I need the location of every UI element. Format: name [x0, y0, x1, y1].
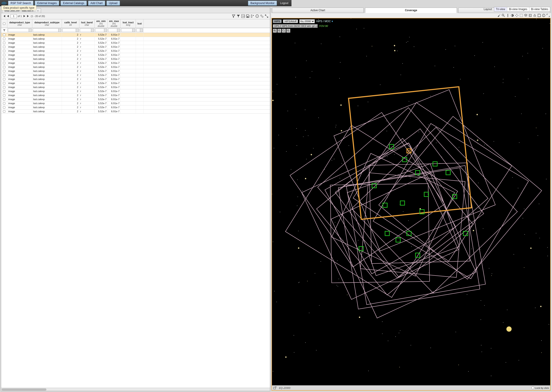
svg-point-143 — [287, 111, 288, 111]
zoom-controls — [273, 29, 290, 33]
background-monitor-button[interactable]: Background Monitor — [248, 1, 277, 6]
column-header[interactable]: lsst — [136, 19, 143, 28]
column-filter-input[interactable] — [121, 28, 136, 33]
expand-icon[interactable] — [265, 14, 269, 18]
sky-overlay — [272, 18, 292, 207]
column-filter-input[interactable] — [7, 28, 32, 33]
table-row[interactable]: imagelsst.calexp2r5.52e-76.91e-7 — [1, 98, 270, 101]
table-filter-row — [1, 28, 270, 33]
column-header[interactable]: lsst_bandchar — [79, 19, 95, 28]
column-filter-input[interactable] — [79, 28, 95, 33]
table-row[interactable]: imagelsst.calexp2r5.52e-76.91e-7 — [1, 33, 270, 37]
zoom-in-icon[interactable] — [273, 29, 277, 33]
table-row[interactable]: imagelsst.calexp2r5.52e-76.91e-7 — [1, 93, 270, 98]
table-row[interactable]: imagelsst.calexp2r5.52e-76.91e-7 — [1, 61, 270, 65]
select-all-checkbox[interactable] — [1, 19, 7, 28]
save-icon[interactable] — [246, 14, 250, 18]
page-range-label: (1 - 20 of 20) — [31, 15, 45, 17]
table-row[interactable]: imagelsst.calexp2r5.52e-76.91e-7 — [1, 85, 270, 89]
column-header[interactable]: dataproduct_subtypechar — [32, 19, 62, 28]
column-header[interactable]: em_min(m)double — [95, 19, 108, 28]
svg-point-20 — [283, 29, 285, 31]
svg-point-236 — [291, 169, 291, 170]
column-filter-input[interactable] — [108, 28, 121, 33]
table-toolbar: TXT i — [232, 14, 269, 18]
svg-rect-3 — [247, 16, 248, 17]
image-viewer[interactable]: HiPS HiPS/Aitoff Eq J2000 HiPS / MOC ▾ D… — [272, 18, 292, 207]
hips-source-label: DP0.2 HiPS from DESC DC2 sim: gri color… — [273, 24, 292, 28]
hips-mode-button[interactable]: HiPS — [273, 20, 282, 23]
svg-point-87 — [286, 151, 287, 152]
table-row[interactable]: imagelsst.calexp2r5.52e-76.91e-7 — [1, 37, 270, 41]
svg-point-177 — [277, 84, 277, 84]
column-header[interactable]: dataproduct_typechar — [7, 19, 32, 28]
table-row[interactable]: imagelsst.calexp2r5.52e-76.91e-7 — [1, 57, 270, 61]
add-column-icon[interactable] — [251, 14, 254, 18]
column-filter-input[interactable] — [32, 28, 62, 33]
table-row[interactable]: imagelsst.calexp2r5.52e-76.91e-7 — [1, 49, 270, 53]
table-pager: of 1 (1 - 20 of 20) TXT i — [1, 13, 270, 19]
table-row[interactable]: imagelsst.calexp2r5.52e-76.91e-7 — [1, 41, 270, 45]
text-view-icon[interactable]: TXT — [241, 14, 245, 18]
hips-control-bar: HiPS HiPS/Aitoff Eq J2000 HiPS / MOC ▾ — [273, 19, 292, 23]
actions-menu-icon[interactable] — [232, 14, 236, 18]
table-row[interactable]: imagelsst.calexp2r5.52e-76.91e-7 — [1, 69, 270, 73]
svg-point-53 — [273, 148, 274, 148]
close-icon[interactable]: × — [37, 9, 39, 12]
top-toolbar: RSP TAP Search External Images External … — [0, 0, 292, 6]
column-header[interactable]: lsst_tractlong — [121, 19, 136, 28]
zoom-fit-icon[interactable] — [282, 29, 286, 33]
page-number-input[interactable] — [11, 14, 17, 18]
column-filter-input[interactable] — [62, 28, 79, 33]
table-row[interactable]: imagelsst.calexp2r5.52e-76.91e-7 — [1, 101, 270, 105]
table-row[interactable]: imagelsst.calexp2r5.52e-76.91e-7 — [1, 45, 270, 49]
table-row[interactable]: imagelsst.calexp2r5.52e-76.91e-7 — [1, 81, 270, 85]
table-row[interactable]: imagelsst.calexp2r5.52e-76.91e-7 — [1, 65, 270, 69]
svg-point-50 — [278, 135, 279, 135]
svg-point-226 — [272, 92, 273, 92]
external-catalogs-button[interactable]: External Catalogs — [61, 1, 87, 6]
filter-icon[interactable] — [236, 14, 240, 18]
info-icon[interactable]: i — [255, 14, 259, 18]
page-of-label: of 1 — [18, 15, 22, 17]
svg-point-8 — [262, 16, 263, 17]
app-logo-icon — [1, 1, 7, 5]
table-body: imagelsst.calexp2r5.52e-76.91e-7imagelss… — [1, 33, 270, 113]
column-header[interactable]: calib_levelint — [62, 19, 79, 28]
external-images-button[interactable]: External Images — [35, 1, 59, 6]
svg-point-0 — [4, 3, 5, 4]
svg-text:i: i — [257, 15, 257, 17]
column-filter-input[interactable] — [136, 28, 143, 33]
next-page-icon[interactable] — [23, 14, 26, 18]
column-header[interactable]: em_max(m)double — [108, 19, 121, 28]
svg-rect-22 — [272, 18, 292, 207]
last-page-icon[interactable] — [27, 14, 30, 18]
zoom-out-icon[interactable] — [277, 29, 281, 33]
filter-row-icon[interactable] — [1, 28, 7, 33]
hips-projection-button[interactable]: HiPS/Aitoff — [283, 20, 292, 23]
tab-active-chart[interactable]: Active Chart — [272, 8, 292, 13]
svg-point-232 — [272, 100, 273, 101]
prev-page-icon[interactable] — [7, 14, 10, 18]
table-header: dataproduct_typechardataproduct_subtypec… — [1, 19, 270, 28]
table-row[interactable]: imagelsst.calexp2r5.52e-76.91e-7 — [1, 110, 270, 113]
table-row[interactable]: imagelsst.calexp2r5.52e-76.91e-7 — [1, 77, 270, 81]
image-toolbar: 5 i — [271, 13, 292, 18]
add-chart-button[interactable]: Add Chart — [88, 1, 105, 6]
zoom-1x-icon[interactable] — [286, 29, 290, 33]
table-row[interactable]: imagelsst.calexp2r5.52e-76.91e-7 — [1, 73, 270, 77]
first-page-icon[interactable] — [2, 14, 6, 18]
results-panel: ivoa.ObsCore - data.lsst.cl… × of 1 (1 -… — [1, 7, 270, 207]
column-filter-input[interactable] — [95, 28, 108, 33]
settings-icon[interactable] — [260, 14, 264, 18]
upload-button[interactable]: Upload — [107, 1, 120, 6]
table-row[interactable]: imagelsst.calexp2r5.52e-76.91e-7 — [1, 53, 270, 57]
table-row[interactable]: imagelsst.calexp2r5.52e-76.91e-7 — [1, 105, 270, 110]
svg-rect-4 — [251, 15, 252, 17]
table-row[interactable]: imagelsst.calexp2r5.52e-76.91e-7 — [1, 89, 270, 93]
column-tooltip: Data product specific type — [1, 5, 36, 10]
tap-search-button[interactable]: RSP TAP Search — [8, 1, 33, 6]
viz-tab-bar: Active Chart Coverage Data Product — [271, 7, 292, 13]
svg-text:TXT: TXT — [242, 15, 245, 17]
logout-link[interactable]: Logout — [278, 1, 290, 5]
